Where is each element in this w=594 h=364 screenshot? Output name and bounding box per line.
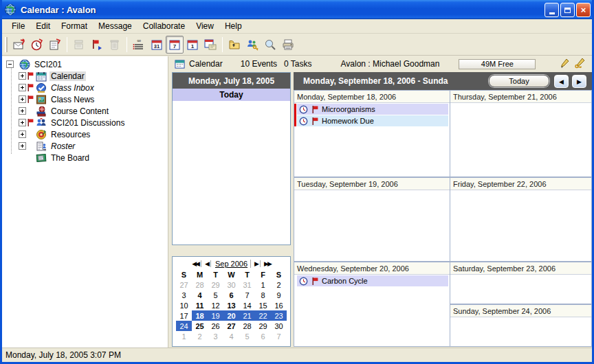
prev-month-icon[interactable]: ◀ — [203, 260, 211, 267]
today-button[interactable]: Today — [489, 75, 549, 87]
tree-item-calendar[interactable]: Calendar — [19, 70, 86, 82]
history-button[interactable] — [70, 36, 88, 54]
minical-day[interactable]: 19 — [208, 310, 223, 321]
minical-day[interactable]: 17 — [176, 310, 192, 321]
day-cell[interactable]: Friday, September 22, 2006 — [450, 177, 592, 262]
week-view-button[interactable]: 7 — [166, 36, 184, 54]
minical-day[interactable]: 4 — [223, 331, 239, 341]
menu-item-edit[interactable]: Edit — [30, 20, 56, 32]
tree-item-sci201-discussions[interactable]: SCI201 Discussions — [19, 117, 126, 128]
event-item[interactable]: Carbon Cycle — [297, 275, 448, 286]
maximize-button[interactable] — [560, 3, 575, 17]
minical-day[interactable]: 31 — [239, 280, 255, 290]
menu-item-help[interactable]: Help — [219, 20, 248, 32]
minical-day[interactable]: 16 — [271, 300, 287, 310]
tree-item-resources[interactable]: Resources — [19, 128, 91, 140]
minical-day[interactable]: 20 — [223, 310, 239, 321]
tree-item-class-inbox[interactable]: Class Inbox — [19, 82, 96, 93]
minical-day[interactable]: 2 — [271, 280, 287, 290]
expand-icon[interactable] — [19, 107, 26, 115]
expand-icon[interactable] — [19, 130, 26, 138]
day-cell[interactable]: Sunday, September 24, 2006 — [450, 304, 592, 347]
minical-day[interactable]: 7 — [271, 331, 287, 341]
next-year-icon[interactable]: ▶▶ — [262, 260, 273, 267]
today-bar[interactable]: Today — [173, 89, 290, 101]
new-message-button[interactable] — [10, 36, 28, 54]
day-cell-body[interactable] — [450, 103, 591, 104]
minical-day[interactable]: 11 — [192, 300, 208, 310]
minical-day[interactable]: 22 — [255, 310, 271, 321]
day-cell-body[interactable]: MicroorganismsHomework Due — [294, 103, 450, 126]
minical-day[interactable]: 30 — [271, 321, 287, 331]
previous-week-button[interactable]: ◀ — [554, 75, 569, 88]
day-view-button[interactable]: 1 — [184, 36, 201, 54]
close-button[interactable]: × — [576, 3, 591, 17]
minical-day[interactable]: 29 — [255, 321, 271, 331]
minical-day[interactable]: 7 — [239, 290, 255, 300]
minical-day[interactable]: 12 — [208, 300, 223, 310]
menu-item-file[interactable]: File — [6, 20, 30, 32]
minical-day[interactable]: 6 — [223, 290, 239, 300]
print-button[interactable] — [279, 36, 297, 54]
minical-day[interactable]: 18 — [192, 310, 208, 321]
tree-item-course-content[interactable]: Course Content — [19, 105, 110, 117]
minical-day[interactable]: 4 — [192, 290, 208, 300]
day-cell-body[interactable] — [450, 275, 591, 275]
day-panel-body[interactable] — [173, 101, 290, 244]
menu-item-view[interactable]: View — [190, 20, 219, 32]
minical-day[interactable]: 26 — [208, 321, 223, 331]
minical-day[interactable]: 28 — [192, 280, 208, 290]
new-event-button[interactable] — [28, 36, 46, 54]
day-cell[interactable]: Wednesday, September 20, 2006Carbon Cycl… — [294, 262, 450, 347]
flag-forward-button[interactable] — [88, 36, 106, 54]
expand-icon[interactable] — [19, 84, 26, 91]
pencil-icon[interactable] — [560, 58, 570, 69]
collapse-icon[interactable] — [6, 60, 14, 68]
menu-item-format[interactable]: Format — [56, 20, 93, 32]
next-week-button[interactable]: ▶ — [572, 75, 586, 88]
tree-item-class-news[interactable]: Class News — [19, 93, 96, 105]
month-view-button[interactable]: 31 — [148, 36, 166, 54]
minical-day[interactable]: 5 — [239, 331, 255, 341]
permissions-button[interactable] — [243, 36, 261, 54]
minical-day[interactable]: 23 — [271, 310, 287, 321]
day-cell[interactable]: Tuesday, September 19, 2006 — [294, 177, 450, 262]
expand-icon[interactable] — [19, 142, 26, 150]
minical-day[interactable]: 9 — [271, 290, 287, 300]
toolbar-grip[interactable] — [5, 37, 8, 52]
minical-day[interactable]: 28 — [239, 321, 255, 331]
minical-day[interactable]: 27 — [223, 321, 239, 331]
pencil-key-icon[interactable] — [574, 58, 586, 69]
new-task-button[interactable] — [46, 36, 64, 54]
event-item[interactable]: Homework Due — [297, 115, 448, 126]
event-item[interactable]: Microorganisms — [297, 104, 448, 115]
tree-item-the-board[interactable]: The Board — [19, 152, 91, 163]
multi-week-view-button[interactable] — [201, 36, 219, 54]
minical-day[interactable]: 25 — [192, 321, 208, 331]
minical-day[interactable]: 24 — [176, 321, 192, 331]
minical-day[interactable]: 15 — [255, 300, 271, 310]
mini-calendar-month-label[interactable]: Sep 2006 — [212, 260, 251, 268]
search-button[interactable] — [261, 36, 279, 54]
menu-item-message[interactable]: Message — [93, 20, 138, 32]
minical-day[interactable]: 29 — [208, 280, 223, 290]
minical-day[interactable]: 1 — [176, 331, 192, 341]
minical-day[interactable]: 21 — [239, 310, 255, 321]
minical-day[interactable]: 5 — [208, 290, 223, 300]
minical-day[interactable]: 8 — [255, 290, 271, 300]
minical-day[interactable]: 10 — [176, 300, 192, 310]
day-cell-body[interactable] — [450, 190, 591, 191]
expand-icon[interactable] — [19, 72, 26, 80]
minical-day[interactable]: 13 — [223, 300, 239, 310]
list-view-button[interactable]: ∞ — [130, 36, 148, 54]
minical-day[interactable]: 2 — [192, 331, 208, 341]
expand-icon[interactable] — [19, 95, 26, 103]
minimize-button[interactable] — [544, 3, 559, 17]
day-cell-body[interactable] — [294, 190, 450, 191]
day-cell-body[interactable]: Carbon Cycle — [294, 275, 450, 286]
tree-item-roster[interactable]: Roster — [19, 140, 76, 152]
minical-day[interactable]: 30 — [223, 280, 239, 290]
day-cell[interactable]: Saturday, September 23, 2006 — [450, 262, 592, 304]
minical-day[interactable]: 1 — [255, 280, 271, 290]
next-month-icon[interactable]: ▶ — [252, 260, 261, 267]
